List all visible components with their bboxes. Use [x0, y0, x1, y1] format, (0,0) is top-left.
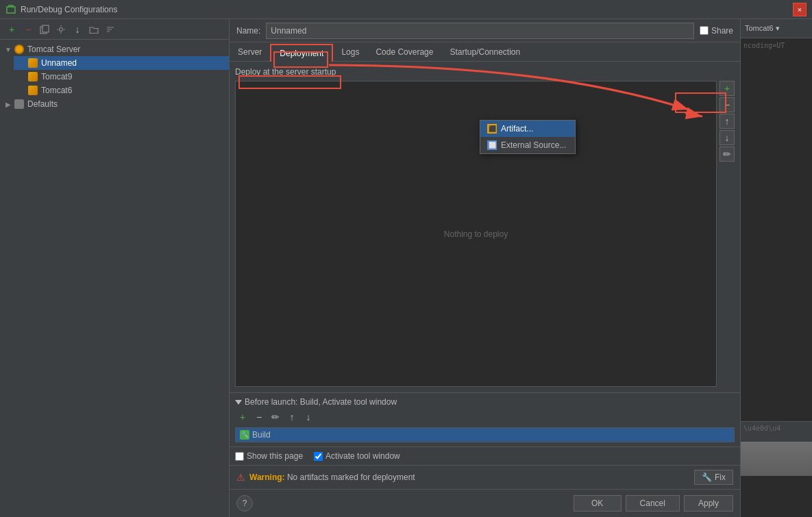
warning-text: Warning: No artifacts marked for deploym…	[249, 472, 690, 482]
tomcat-server-icon	[14, 44, 25, 55]
tree-item-tomcat6[interactable]: Tomcat6	[14, 84, 229, 97]
before-launch-list: 🔧 Build	[235, 427, 735, 442]
before-launch-label: Before launch: Build, Activate tool wind…	[245, 397, 397, 407]
expand-arrow: ▼	[4, 45, 12, 53]
cancel-button[interactable]: Cancel	[626, 495, 680, 512]
tomcat6-arrow	[18, 86, 26, 94]
right-panel-unicode: \u4e0d\u4	[741, 422, 812, 435]
before-launch-up-button[interactable]: ↑	[284, 409, 299, 425]
config-tree: ▼ Tomcat Server Unnamed	[0, 40, 229, 517]
name-row: Name: Share	[230, 19, 740, 42]
sidebar-toolbar: + − ↓	[0, 19, 229, 40]
before-launch-arrow	[235, 400, 242, 405]
tomcat9-arrow	[18, 73, 26, 81]
deploy-side-buttons: + − ↑ ↓ ✏	[719, 81, 735, 387]
svg-point-3	[60, 27, 63, 31]
name-label: Name:	[236, 26, 260, 36]
right-panel-code: ncoding=UT	[741, 38, 812, 53]
tab-deployment[interactable]: Deployment	[270, 44, 333, 62]
external-label: External Source...	[501, 140, 566, 150]
before-launch-title: Before launch: Build, Activate tool wind…	[235, 397, 735, 407]
warning-bar: ⚠ Warning: No artifacts marked for deplo…	[230, 465, 740, 489]
name-input[interactable]	[266, 23, 694, 39]
tab-startup[interactable]: Startup/Connection	[441, 43, 528, 61]
defaults-arrow: ▶	[4, 100, 12, 108]
warning-icon: ⚠	[236, 472, 245, 483]
right-panel: Tomcat6 ▾ ncoding=UT \u4e0d\u4	[740, 19, 812, 517]
svg-rect-2	[42, 25, 49, 32]
tab-code-coverage[interactable]: Code Coverage	[367, 43, 441, 61]
defaults-icon	[14, 99, 25, 110]
help-button[interactable]: ?	[236, 495, 253, 512]
tree-item-unnamed[interactable]: Unnamed	[14, 56, 229, 70]
dropdown-menu: ⬛ Artifact... ⬜ External Source...	[480, 120, 576, 154]
external-icon: ⬜	[487, 140, 497, 150]
before-launch-section: Before launch: Build, Activate tool wind…	[230, 392, 740, 446]
deploy-add-button[interactable]: +	[719, 81, 735, 96]
unnamed-arrow	[18, 59, 26, 67]
build-icon: 🔧	[240, 430, 249, 440]
move-down-button[interactable]: ↓	[70, 22, 85, 37]
deployment-content: Deploy at the server startup Nothing to …	[230, 62, 740, 392]
dialog-title: Run/Debug Configurations	[21, 5, 807, 14]
fix-label: Fix	[715, 472, 726, 482]
warning-message: No artifacts marked for deployment	[287, 472, 415, 482]
dropdown-artifact[interactable]: ⬛ Artifact...	[480, 121, 575, 137]
unnamed-label: Unnamed	[41, 58, 77, 68]
before-launch-edit-button[interactable]: ✏	[268, 409, 283, 425]
tab-server[interactable]: Server	[230, 43, 270, 61]
deploy-label: Deploy at the server startup	[235, 67, 735, 77]
remove-config-button[interactable]: −	[21, 22, 36, 37]
title-bar: Run/Debug Configurations ×	[0, 0, 812, 19]
artifact-label: Artifact...	[501, 124, 533, 134]
right-panel-tab[interactable]: Tomcat6 ▾	[741, 19, 812, 38]
share-check[interactable]	[700, 26, 709, 35]
sidebar: + − ↓ ▼ Tomcat Server	[0, 19, 230, 517]
empty-deploy-message: Nothing to deploy	[444, 229, 508, 239]
tomcat6-label: Tomcat6	[41, 86, 72, 95]
activate-tool-checkbox[interactable]	[314, 452, 323, 461]
tomcat-server-label: Tomcat Server	[27, 45, 80, 54]
deploy-edit-button[interactable]: ✏	[719, 147, 735, 162]
show-page-checkbox[interactable]	[235, 452, 244, 461]
apply-button[interactable]: Apply	[684, 495, 733, 512]
fix-button[interactable]: 🔧 Fix	[694, 470, 733, 485]
deploy-list: Nothing to deploy	[235, 81, 717, 387]
warning-label: Warning:	[249, 472, 285, 482]
add-config-button[interactable]: +	[4, 22, 19, 37]
tree-item-tomcat-server[interactable]: ▼ Tomcat Server	[0, 42, 229, 56]
svg-rect-0	[7, 7, 15, 13]
fix-icon: 🔧	[702, 472, 712, 482]
share-label: Share	[711, 26, 733, 36]
settings-button[interactable]	[53, 22, 69, 37]
options-row: Show this page Activate tool window	[230, 446, 740, 465]
tabs-row: Server Deployment Logs Code Coverage Sta…	[230, 42, 740, 62]
artifact-icon: ⬛	[487, 124, 497, 134]
build-label: Build	[252, 430, 271, 440]
dropdown-external-source[interactable]: ⬜ External Source...	[480, 137, 575, 153]
main-content: Name: Share Server Deployment Logs Code …	[230, 19, 740, 517]
sort-button[interactable]	[103, 22, 118, 37]
bottom-buttons: ? OK Cancel Apply	[230, 489, 740, 517]
deploy-up-button[interactable]: ↑	[719, 114, 735, 129]
activate-tool-label: Activate tool window	[325, 451, 400, 461]
tree-item-defaults[interactable]: ▶ Defaults	[0, 97, 229, 111]
defaults-label: Defaults	[27, 99, 58, 109]
deploy-remove-button[interactable]: −	[719, 97, 735, 112]
before-launch-add-button[interactable]: +	[235, 409, 250, 425]
before-launch-remove-button[interactable]: −	[251, 409, 267, 425]
right-panel-avatar	[741, 442, 812, 476]
before-launch-down-button[interactable]: ↓	[301, 409, 316, 425]
tree-item-tomcat9[interactable]: Tomcat9	[14, 70, 229, 84]
show-page-label: Show this page	[247, 451, 303, 461]
share-checkbox: Share	[700, 26, 733, 36]
build-item[interactable]: 🔧 Build	[236, 428, 734, 442]
close-button[interactable]: ×	[793, 3, 807, 16]
tab-logs[interactable]: Logs	[333, 43, 367, 61]
tomcat9-icon	[27, 71, 38, 82]
tomcat6-icon	[27, 85, 38, 96]
copy-config-button[interactable]	[37, 22, 52, 37]
deploy-down-button[interactable]: ↓	[719, 130, 735, 145]
ok-button[interactable]: OK	[574, 495, 622, 512]
folder-button[interactable]	[86, 22, 101, 37]
